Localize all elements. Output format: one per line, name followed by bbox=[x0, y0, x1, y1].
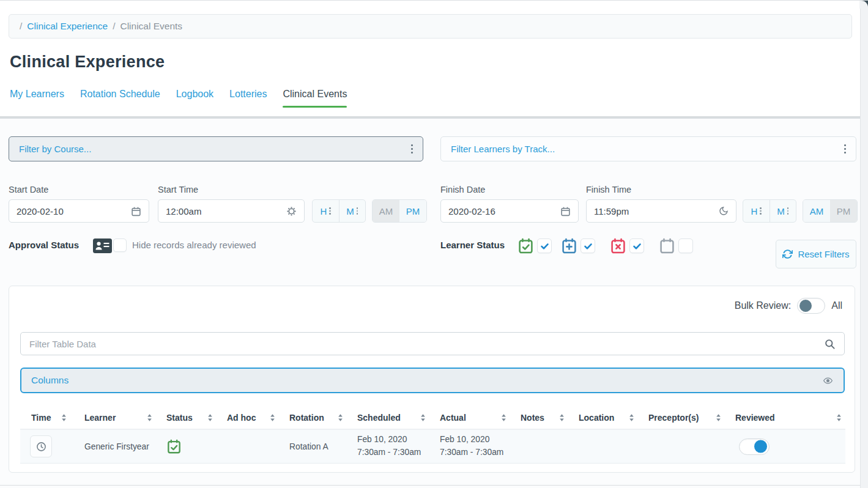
calendar-icon[interactable] bbox=[131, 206, 141, 216]
bulk-review-label: Bulk Review: bbox=[735, 300, 791, 311]
start-date-label: Start Date bbox=[9, 185, 48, 194]
cell-learner: Generic Firstyear bbox=[84, 430, 166, 463]
learner-status-added-checkbox[interactable] bbox=[581, 238, 595, 253]
calendar-plus-icon bbox=[561, 238, 577, 257]
cell-reviewed bbox=[735, 430, 845, 463]
filter-by-track-placeholder: Filter Learners by Track... bbox=[451, 144, 555, 154]
column-header-location[interactable]: Location bbox=[579, 407, 648, 429]
finish-date-input[interactable] bbox=[448, 206, 560, 216]
reset-filters-button[interactable]: Reset Filters bbox=[776, 240, 856, 268]
finish-pm-button[interactable]: PM bbox=[830, 200, 857, 222]
tab-lotteries[interactable]: Lotteries bbox=[229, 89, 267, 100]
bulk-review-toggle[interactable] bbox=[797, 298, 825, 314]
breadcrumb: / Clinical Experience / Clinical Events bbox=[9, 14, 852, 39]
column-header-actual[interactable]: Actual bbox=[440, 407, 521, 429]
finish-hour-stepper[interactable]: H bbox=[743, 200, 770, 222]
search-icon[interactable] bbox=[824, 338, 836, 350]
learner-status-attended-checkbox[interactable] bbox=[537, 238, 552, 253]
column-header-learner[interactable]: Learner bbox=[84, 407, 166, 429]
column-header-time[interactable]: Time bbox=[20, 407, 84, 429]
finish-time-field bbox=[586, 199, 736, 223]
stepper-dots-icon bbox=[787, 207, 789, 215]
column-header-reviewed[interactable]: Reviewed bbox=[735, 407, 845, 429]
start-minute-stepper[interactable]: M bbox=[339, 200, 366, 222]
reset-filters-label: Reset Filters bbox=[798, 249, 849, 259]
moon-icon bbox=[719, 206, 729, 216]
column-header-ad-hoc[interactable]: Ad hoc bbox=[227, 407, 289, 429]
sort-icon bbox=[146, 413, 153, 422]
sort-icon bbox=[715, 413, 722, 422]
cell-preceptors bbox=[648, 430, 735, 463]
calendar-icon[interactable] bbox=[560, 206, 571, 216]
refresh-icon bbox=[782, 249, 793, 259]
approval-status-label: Approval Status bbox=[9, 240, 79, 250]
tab-logbook[interactable]: Logbook bbox=[176, 89, 213, 100]
start-am-button[interactable]: AM bbox=[373, 200, 399, 222]
breadcrumb-separator: / bbox=[113, 21, 115, 32]
finish-meridiem-toggle: AM PM bbox=[803, 199, 858, 223]
start-date-input[interactable] bbox=[17, 206, 131, 216]
sort-icon bbox=[836, 413, 842, 422]
finish-minute-stepper[interactable]: M bbox=[770, 200, 796, 222]
learner-status-pending-checkbox[interactable] bbox=[678, 238, 693, 253]
sort-icon bbox=[337, 413, 344, 422]
history-clock-icon bbox=[36, 442, 46, 452]
clinical-events-panel: Bulk Review: All Columns Time Learner St… bbox=[9, 286, 855, 473]
column-header-scheduled[interactable]: Scheduled bbox=[357, 407, 440, 429]
minute-label: M bbox=[346, 206, 354, 216]
toggle-knob bbox=[754, 440, 767, 453]
hour-label: H bbox=[321, 206, 327, 216]
start-pm-button[interactable]: PM bbox=[399, 200, 426, 222]
columns-button[interactable]: Columns bbox=[20, 368, 845, 393]
learner-status-label: Learner Status bbox=[440, 240, 505, 250]
start-time-input[interactable] bbox=[166, 206, 286, 216]
tab-my-learners[interactable]: My Learners bbox=[10, 89, 64, 100]
reviewed-toggle[interactable] bbox=[739, 438, 770, 455]
filter-learners-by-track-select[interactable]: Filter Learners by Track... bbox=[440, 136, 856, 161]
filter-by-course-placeholder: Filter by Course... bbox=[19, 144, 91, 154]
table-filter-field bbox=[20, 332, 845, 355]
hide-reviewed-checkbox[interactable] bbox=[113, 238, 127, 252]
column-header-notes[interactable]: Notes bbox=[521, 407, 579, 429]
column-header-preceptors[interactable]: Preceptor(s) bbox=[648, 407, 735, 429]
calendar-x-icon bbox=[610, 238, 626, 257]
column-header-status[interactable]: Status bbox=[166, 407, 227, 429]
calendar-blank-icon bbox=[659, 238, 675, 257]
columns-label: Columns bbox=[31, 375, 69, 386]
id-card-icon[interactable] bbox=[93, 238, 112, 256]
bulk-review-all-label: All bbox=[831, 300, 842, 311]
sort-icon bbox=[500, 413, 507, 422]
start-time-stepper-group: H M bbox=[312, 199, 366, 223]
tab-rotation-schedule[interactable]: Rotation Schedule bbox=[80, 89, 160, 100]
eye-icon[interactable] bbox=[822, 376, 834, 385]
window-corner bbox=[859, 1, 868, 9]
tab-bar: My Learners Rotation Schedule Logbook Lo… bbox=[10, 89, 347, 100]
learner-status-cancelled-checkbox[interactable] bbox=[629, 238, 644, 253]
finish-date-label: Finish Date bbox=[440, 185, 485, 194]
table-filter-input[interactable] bbox=[29, 339, 824, 349]
filter-by-course-select[interactable]: Filter by Course... bbox=[9, 136, 423, 161]
start-hour-stepper[interactable]: H bbox=[313, 200, 339, 222]
hide-reviewed-label: Hide records already reviewed bbox=[132, 240, 256, 250]
clinical-experience-page: / Clinical Experience / Clinical Events … bbox=[0, 0, 868, 488]
start-date-field bbox=[9, 199, 149, 223]
sort-icon bbox=[207, 413, 213, 422]
cell-notes bbox=[521, 430, 579, 463]
page-title: Clinical Experience bbox=[10, 53, 165, 72]
event-history-button[interactable] bbox=[30, 435, 52, 457]
cell-scheduled: Feb 10, 20207:30am - 7:30am bbox=[357, 430, 440, 463]
stepper-dots-icon bbox=[329, 207, 331, 215]
finish-time-input[interactable] bbox=[594, 206, 719, 216]
stepper-dots-icon bbox=[357, 207, 358, 215]
vertical-scrollbar[interactable] bbox=[860, 1, 868, 488]
cell-location bbox=[579, 430, 648, 463]
column-header-rotation[interactable]: Rotation bbox=[289, 407, 357, 429]
check-icon bbox=[584, 242, 593, 251]
check-icon bbox=[540, 242, 549, 251]
calendar-check-icon bbox=[517, 238, 534, 257]
gear-icon bbox=[286, 206, 297, 216]
breadcrumb-link-clinical-experience[interactable]: Clinical Experience bbox=[27, 21, 108, 32]
finish-am-button[interactable]: AM bbox=[803, 200, 830, 222]
start-meridiem-toggle: AM PM bbox=[372, 199, 427, 223]
tab-clinical-events[interactable]: Clinical Events bbox=[283, 89, 347, 100]
